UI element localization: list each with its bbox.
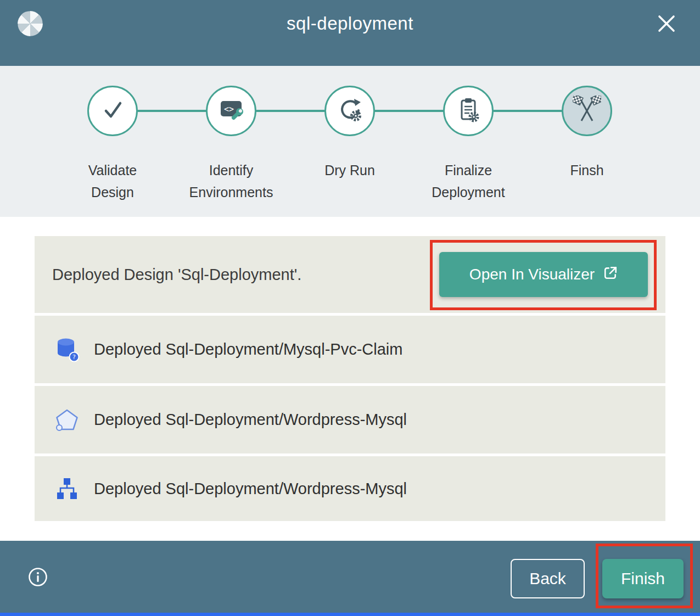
back-button[interactable]: Back xyxy=(511,559,585,598)
code-wrench-icon: <> xyxy=(217,96,245,126)
step-label-dry-run: Dry Run xyxy=(303,159,396,181)
open-in-visualizer-label: Open In Visualizer xyxy=(469,266,595,283)
info-icon[interactable] xyxy=(28,567,48,587)
close-icon[interactable] xyxy=(656,13,677,34)
step-finalize-deployment[interactable] xyxy=(443,86,494,136)
meshery-logo-icon xyxy=(14,8,46,40)
check-icon xyxy=(98,96,127,126)
dialog-footer xyxy=(0,541,700,613)
deployed-item-text: Deployed Sql-Deployment/Wordpress-Mysql xyxy=(94,411,407,429)
svg-text:?: ? xyxy=(72,354,76,361)
deployment-wizard-dialog: sql-deployment xyxy=(0,0,700,616)
step-label-identify-environments: Identify Environments xyxy=(184,159,278,203)
step-validate-design[interactable] xyxy=(87,86,138,136)
mysql-database-icon: ? xyxy=(54,337,80,362)
deployed-item-row: Deployed Sql-Deployment/Wordpress-Mysql xyxy=(35,456,665,521)
deployed-item-row: ? Deployed Sql-Deployment/Mysql-Pvc-Clai… xyxy=(35,316,665,383)
dialog-title: sql-deployment xyxy=(0,0,700,47)
step-label-finalize-deployment: Finalize Deployment xyxy=(422,159,515,203)
deployed-item-text: Deployed Sql-Deployment/Mysql-Pvc-Claim xyxy=(94,340,402,359)
bottom-blue-strip xyxy=(0,613,700,616)
deployed-item-text: Deployed Sql-Deployment/Wordpress-Mysql xyxy=(94,480,407,498)
summary-row: Deployed Design 'Sql-Deployment'. Open I… xyxy=(35,236,665,313)
external-link-icon xyxy=(603,266,618,284)
deployed-item-row: Deployed Sql-Deployment/Wordpress-Mysql xyxy=(35,386,665,453)
deployment-results-list: Deployed Design 'Sql-Deployment'. Open I… xyxy=(35,236,665,521)
step-dry-run[interactable] xyxy=(324,86,375,136)
step-finish[interactable] xyxy=(562,86,612,136)
wordpress-app-pentagon-icon xyxy=(54,407,80,433)
step-label-finish: Finsh xyxy=(540,159,634,181)
open-in-visualizer-button[interactable]: Open In Visualizer xyxy=(439,252,648,297)
workload-hierarchy-icon xyxy=(54,476,80,501)
finish-button[interactable]: Finish xyxy=(602,559,684,598)
step-identify-environments[interactable]: <> xyxy=(206,86,256,136)
dry-run-sync-gear-icon xyxy=(336,96,363,126)
wizard-stepper: Validate Design <> Identify Environments xyxy=(0,66,700,217)
step-label-validate-design: Validate Design xyxy=(66,159,159,203)
summary-text: Deployed Design 'Sql-Deployment'. xyxy=(52,266,301,284)
dialog-header: sql-deployment xyxy=(0,0,700,66)
svg-text:<>: <> xyxy=(224,104,234,114)
finish-flags-icon xyxy=(573,96,601,126)
clipboard-gear-icon xyxy=(455,96,482,126)
